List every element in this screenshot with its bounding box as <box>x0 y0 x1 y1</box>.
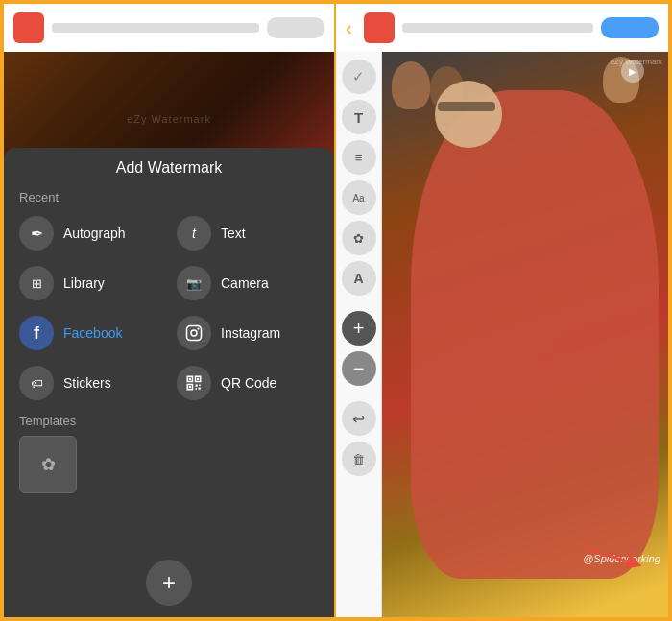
camera-label: Camera <box>221 275 269 291</box>
svg-rect-12 <box>199 388 201 390</box>
back-arrow-icon[interactable]: ‹ <box>346 17 356 39</box>
camera-icon: 📷 <box>177 266 211 300</box>
text-icon: t <box>177 216 211 251</box>
svg-rect-4 <box>189 378 191 380</box>
menu-item-autograph[interactable]: ✒ Autograph <box>19 212 161 254</box>
templates-grid: ✿ <box>19 436 319 493</box>
svg-rect-6 <box>197 378 199 380</box>
right-main-area: ✓ T ≡ Aa ✿ A + − ↩ 🗑 <box>336 52 668 617</box>
instagram-icon <box>177 316 211 350</box>
menu-grid: ✒ Autograph t Text ⊞ Library 📷 Camera <box>19 212 319 404</box>
delete-button[interactable]: 🗑 <box>342 442 376 476</box>
menu-item-text[interactable]: t Text <box>177 212 319 254</box>
menu-item-camera[interactable]: 📷 Camera <box>177 262 319 304</box>
add-button-container: + <box>4 560 334 606</box>
menu-item-qrcode[interactable]: QR Code <box>177 362 319 404</box>
instagram-label: Instagram <box>221 325 280 341</box>
tools-sidebar: ✓ T ≡ Aa ✿ A + − ↩ 🗑 <box>336 52 382 617</box>
menu-item-library[interactable]: ⊞ Library <box>19 262 161 304</box>
menu-title: Add Watermark <box>19 159 319 182</box>
qrcode-icon <box>177 366 211 400</box>
library-icon: ⊞ <box>19 266 54 300</box>
left-header-bar <box>52 23 259 33</box>
right-header-bar <box>402 23 593 33</box>
left-header-button[interactable] <box>267 17 324 38</box>
style-tool-button[interactable]: A <box>342 261 376 296</box>
menu-item-instagram[interactable]: Instagram <box>177 312 319 354</box>
color-tool-button[interactable]: ✿ <box>342 221 376 255</box>
undo-button[interactable]: ↩ <box>342 401 376 436</box>
facebook-icon: f <box>19 316 54 350</box>
photo-area: @Spiderworking eZy Watermark ▶ <box>382 52 668 617</box>
watermark-menu: Add Watermark Recent ✒ Autograph t Text … <box>4 148 334 617</box>
svg-rect-9 <box>196 385 198 387</box>
zoom-in-button[interactable]: + <box>342 311 376 346</box>
right-panel: ‹ ✓ T ≡ Aa ✿ A + − ↩ 🗑 <box>336 4 668 617</box>
text-label: Text <box>221 226 246 241</box>
text-tool-button[interactable]: T <box>342 100 376 134</box>
svg-rect-11 <box>196 388 198 390</box>
facebook-label: Facebook <box>63 325 122 341</box>
zoom-out-button[interactable]: − <box>342 351 376 386</box>
stickers-icon: 🏷 <box>19 366 54 400</box>
qrcode-label: QR Code <box>221 375 276 391</box>
template-item[interactable]: ✿ <box>19 436 77 493</box>
svg-point-2 <box>197 327 199 329</box>
library-label: Library <box>63 275 105 291</box>
list-tool-button[interactable]: ≡ <box>342 140 376 175</box>
svg-point-1 <box>191 330 197 336</box>
svg-rect-10 <box>199 385 201 387</box>
add-watermark-button[interactable]: + <box>146 560 192 606</box>
check-tool-button[interactable]: ✓ <box>342 60 376 94</box>
right-header: ‹ <box>336 4 668 52</box>
templates-label: Templates <box>19 410 319 430</box>
autograph-icon: ✒ <box>19 216 54 251</box>
right-photo-bg: @Spiderworking eZy Watermark ▶ <box>382 52 668 617</box>
left-header <box>4 4 334 52</box>
app-container: eZy Watermark Add Watermark Recent ✒ Aut… <box>0 0 672 621</box>
menu-item-facebook[interactable]: f Facebook <box>19 312 161 354</box>
menu-item-stickers[interactable]: 🏷 Stickers <box>19 362 161 404</box>
play-button-icon: ▶ <box>621 60 644 83</box>
left-header-icon <box>13 12 44 43</box>
red-arrow-indicator <box>572 531 659 574</box>
recent-label: Recent <box>19 188 319 206</box>
autograph-label: Autograph <box>63 226 126 241</box>
svg-rect-8 <box>189 386 191 388</box>
font-tool-button[interactable]: Aa <box>342 180 376 215</box>
stickers-label: Stickers <box>63 375 111 391</box>
left-panel: eZy Watermark Add Watermark Recent ✒ Aut… <box>4 4 336 617</box>
right-header-icon <box>364 12 395 43</box>
svg-line-14 <box>586 548 635 563</box>
right-header-button[interactable] <box>601 17 659 38</box>
